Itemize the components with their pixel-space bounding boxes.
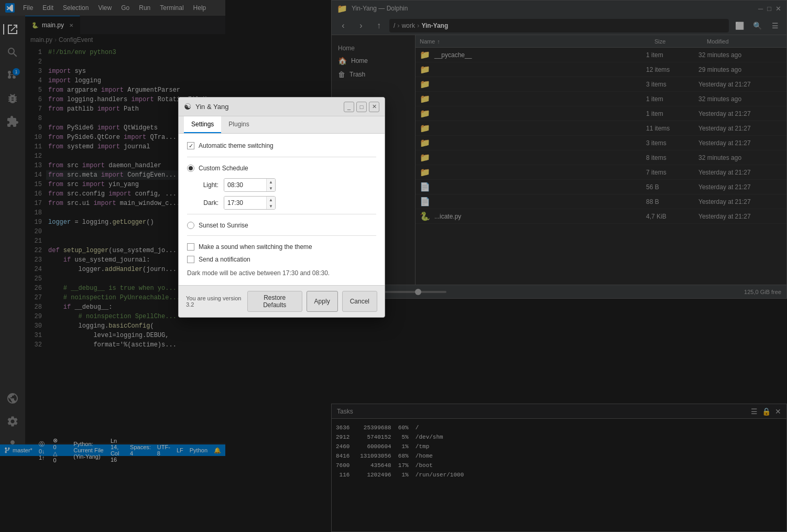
custom-schedule-row: Custom Schedule (187, 165, 376, 172)
dark-time-input-wrap: ▲ ▼ (224, 196, 276, 210)
version-text: You are using version 3.2 (186, 295, 247, 308)
sound-row: Make a sound when switching the theme (187, 243, 376, 251)
dark-time-row: Dark: ▲ ▼ (200, 196, 376, 210)
dialog-tabs: Settings Plugins (179, 116, 385, 134)
dark-up-btn[interactable]: ▲ (267, 197, 275, 203)
light-up-btn[interactable]: ▲ (267, 179, 275, 185)
tab-settings[interactable]: Settings (184, 116, 221, 133)
dialog-titlebar: ☯ Yin & Yang _ □ ✕ (179, 97, 385, 116)
cancel-button[interactable]: Cancel (342, 291, 377, 312)
light-time-input[interactable] (224, 179, 266, 191)
auto-switch-label: Automatic theme switching (199, 142, 274, 149)
restore-defaults-button[interactable]: Restore Defaults (247, 291, 302, 312)
dialog-buttons: Restore Defaults Apply Cancel (247, 291, 377, 312)
dialog-window-controls: _ □ ✕ (344, 102, 379, 112)
info-text: Dark mode will be active between 17:30 a… (187, 269, 376, 277)
auto-switch-row: Automatic theme switching (187, 142, 376, 149)
dialog-minimize-btn[interactable]: _ (344, 102, 354, 112)
dialog-title-text: ☯ Yin & Yang (184, 102, 228, 112)
sound-label: Make a sound when switching the theme (199, 243, 312, 251)
sound-checkbox[interactable] (187, 243, 194, 251)
dark-spinners: ▲ ▼ (266, 197, 275, 209)
apply-button[interactable]: Apply (307, 291, 338, 312)
dialog-body: Automatic theme switching Custom Schedul… (179, 134, 385, 285)
dialog-maximize-btn[interactable]: □ (356, 102, 367, 112)
dialog-close-btn[interactable]: ✕ (369, 102, 379, 112)
sunset-label: Sunset to Sunrise (199, 222, 248, 229)
custom-schedule-radio[interactable] (187, 165, 194, 172)
divider-1 (187, 157, 376, 157)
notify-label: Send a notification (199, 256, 250, 263)
dark-down-btn[interactable]: ▼ (267, 203, 275, 209)
light-down-btn[interactable]: ▼ (267, 185, 275, 191)
light-time-row: Light: ▲ ▼ (200, 178, 376, 192)
sunset-row: Sunset to Sunrise (187, 222, 376, 229)
yin-yang-icon: ☯ (184, 102, 191, 112)
yin-yang-dialog: ☯ Yin & Yang _ □ ✕ Settings Plugins Auto… (178, 97, 385, 318)
dark-time-input[interactable] (224, 197, 266, 209)
divider-2 (187, 214, 376, 214)
divider-3 (187, 235, 376, 236)
tab-plugins[interactable]: Plugins (221, 116, 256, 133)
light-time-input-wrap: ▲ ▼ (224, 178, 276, 192)
custom-schedule-label: Custom Schedule (199, 165, 248, 172)
light-label: Light: (200, 181, 218, 189)
auto-switch-checkbox[interactable] (187, 142, 194, 149)
dark-label: Dark: (200, 199, 218, 207)
notify-checkbox[interactable] (187, 256, 194, 263)
notify-row: Send a notification (187, 256, 376, 263)
dialog-overlay: ☯ Yin & Yang _ □ ✕ Settings Plugins Auto… (0, 0, 787, 532)
sunset-radio[interactable] (187, 222, 194, 229)
dialog-footer: You are using version 3.2 Restore Defaul… (179, 285, 385, 317)
light-spinners: ▲ ▼ (266, 179, 275, 191)
